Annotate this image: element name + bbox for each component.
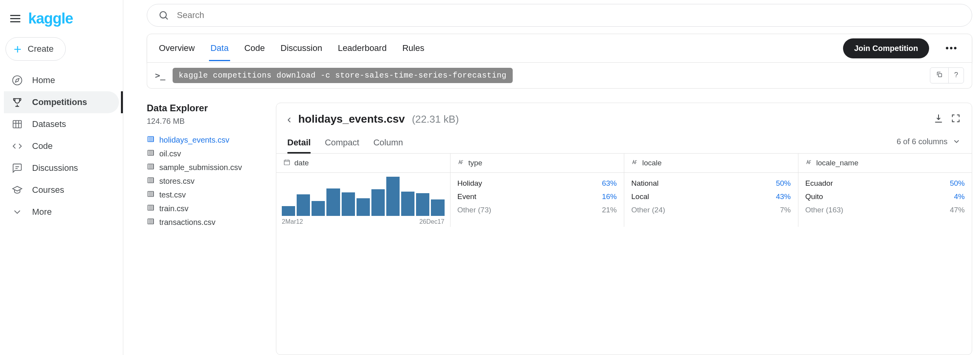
fullscreen-icon[interactable] (951, 113, 961, 125)
dist-label: National (631, 179, 659, 188)
file-name: holidays_events.csv (159, 136, 229, 145)
sidebar-item-label: Courses (32, 185, 64, 195)
file-item[interactable]: oil.csv (147, 149, 256, 159)
histo-end: 26Dec17 (419, 218, 444, 225)
column-name: locale_name (816, 159, 859, 167)
back-chevron-icon[interactable]: ‹ (287, 112, 291, 126)
file-item[interactable]: holidays_events.csv (147, 135, 256, 145)
distribution-row[interactable]: Local43% (631, 190, 791, 203)
type-icon (631, 159, 638, 168)
distribution-row[interactable]: National50% (631, 177, 791, 190)
dist-label: Other (163) (805, 206, 843, 214)
tab-overview[interactable]: Overview (157, 35, 196, 61)
distribution-row[interactable]: Event16% (458, 190, 617, 203)
sort-icon[interactable] (609, 158, 617, 168)
sidebar-item-code[interactable]: Code (4, 135, 119, 157)
tab-data[interactable]: Data (209, 35, 230, 61)
distribution-row[interactable]: Holiday63% (458, 177, 617, 190)
graduation-icon (12, 185, 23, 196)
tab-code[interactable]: Code (243, 35, 267, 61)
kaggle-logo[interactable]: kaggle (28, 10, 73, 27)
svg-point-3 (160, 12, 166, 18)
sidebar-item-label: More (32, 207, 52, 217)
sidebar-item-more[interactable]: More (4, 201, 119, 223)
column-count-selector[interactable]: 6 of 6 columns (897, 137, 961, 150)
explorer-size: 124.76 MB (147, 117, 256, 126)
join-competition-button[interactable]: Join Competition (843, 38, 929, 58)
dist-pct: 16% (602, 192, 617, 201)
column: localeNational50%Local43%Other (24)7% (624, 154, 798, 227)
column-header[interactable]: type (458, 159, 483, 168)
dist-pct: 50% (950, 179, 965, 188)
file-item[interactable]: stores.csv (147, 176, 256, 186)
distribution-row[interactable]: Other (24)7% (631, 203, 791, 217)
tab-leaderboard[interactable]: Leaderboard (336, 35, 388, 61)
help-icon[interactable]: ? (949, 68, 964, 83)
file-preview: ‹ holidays_events.csv (22.31 kB) Detail … (276, 103, 972, 355)
plus-icon: + (14, 42, 22, 56)
file-item[interactable]: transactions.csv (147, 217, 256, 227)
column-header[interactable]: locale_name (805, 159, 859, 168)
svg-marker-1 (15, 78, 19, 82)
svg-point-0 (13, 76, 22, 85)
tab-rules[interactable]: Rules (401, 35, 426, 61)
view-tab-compact[interactable]: Compact (325, 134, 359, 153)
search-bar[interactable] (147, 4, 972, 27)
dist-label: Other (73) (458, 206, 492, 214)
sidebar-item-discussions[interactable]: Discussions (4, 157, 119, 179)
distribution-row[interactable]: Ecuador50% (805, 177, 965, 190)
explorer-title: Data Explorer (147, 103, 256, 114)
sort-icon[interactable] (435, 158, 443, 168)
view-tab-detail[interactable]: Detail (287, 134, 311, 153)
sidebar-item-label: Datasets (32, 119, 66, 129)
type-icon (458, 159, 465, 168)
file-item[interactable]: test.csv (147, 190, 256, 200)
table-icon (12, 119, 23, 130)
histo-start: 2Mar12 (282, 218, 303, 225)
column-header[interactable]: locale (631, 159, 662, 168)
csv-icon (147, 190, 155, 200)
file-name: test.csv (159, 190, 186, 199)
data-explorer: Data Explorer 124.76 MB holidays_events.… (147, 103, 256, 355)
more-menu-icon[interactable]: ••• (942, 43, 962, 54)
sidebar-item-label: Discussions (32, 163, 78, 173)
search-input[interactable] (177, 10, 961, 20)
hamburger-menu-icon[interactable] (10, 15, 20, 22)
dist-pct: 21% (602, 206, 617, 214)
view-tab-column[interactable]: Column (373, 134, 403, 153)
tab-discussion[interactable]: Discussion (279, 35, 324, 61)
csv-icon (147, 163, 155, 172)
column-name: date (294, 159, 309, 167)
main-content: Overview Data Code Discussion Leaderboar… (123, 0, 980, 355)
download-icon[interactable] (933, 113, 944, 125)
dist-pct: 43% (776, 192, 791, 201)
svg-rect-4 (939, 74, 942, 77)
preview-filesize: (22.31 kB) (412, 113, 459, 125)
sidebar-item-datasets[interactable]: Datasets (4, 113, 119, 135)
dist-pct: 50% (776, 179, 791, 188)
file-item[interactable]: train.csv (147, 204, 256, 214)
distribution-row[interactable]: Other (163)47% (805, 203, 965, 217)
svg-rect-2 (13, 121, 22, 128)
distribution-row[interactable]: Other (73)21% (458, 203, 617, 217)
csv-icon (147, 176, 155, 186)
create-button[interactable]: + Create (5, 37, 66, 61)
column-header[interactable]: date (283, 159, 309, 168)
sidebar-item-home[interactable]: Home (4, 69, 119, 91)
create-label: Create (28, 44, 54, 54)
sort-icon[interactable] (957, 158, 965, 168)
download-command[interactable]: kaggle competitions download -c store-sa… (173, 68, 513, 83)
file-item[interactable]: sample_submission.csv (147, 163, 256, 172)
search-icon (158, 10, 169, 21)
distribution-row[interactable]: Quito4% (805, 190, 965, 203)
preview-filename: holidays_events.csv (298, 113, 405, 125)
sort-icon[interactable] (783, 158, 791, 168)
sidebar-item-courses[interactable]: Courses (4, 179, 119, 201)
column: locale_nameEcuador50%Quito4%Other (163)4… (798, 154, 972, 227)
file-name: train.csv (159, 204, 188, 213)
sidebar-item-competitions[interactable]: Competitions (4, 91, 119, 113)
copy-icon[interactable] (930, 68, 949, 83)
file-name: stores.csv (159, 177, 195, 186)
download-command-row: >_ kaggle competitions download -c store… (147, 63, 972, 89)
column-count-label: 6 of 6 columns (897, 137, 948, 146)
